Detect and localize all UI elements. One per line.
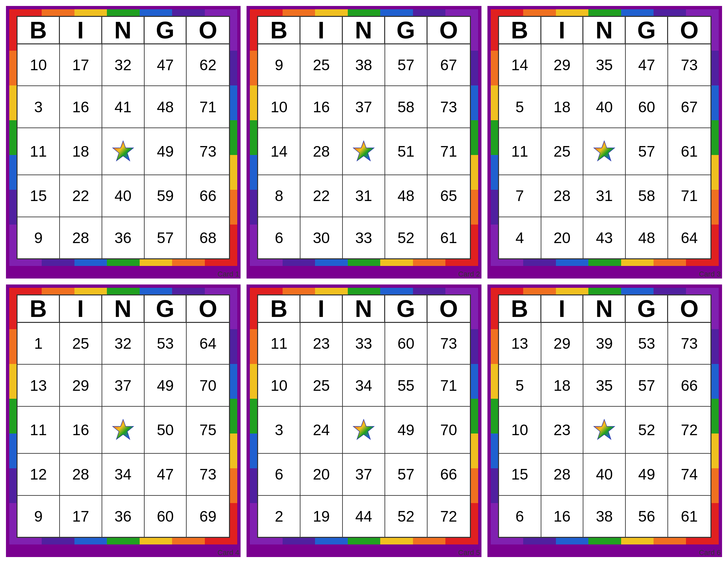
bingo-letter: B	[18, 296, 60, 322]
bingo-card-5: BINGO 11233360731025345571324 4970620375…	[247, 285, 481, 557]
bingo-number: 6	[258, 217, 300, 258]
bingo-number: 73	[668, 323, 710, 365]
bingo-number: 33	[343, 323, 385, 365]
bingo-number: 40	[583, 454, 626, 495]
bingo-number: 22	[60, 175, 102, 217]
bingo-number: 73	[668, 44, 710, 86]
bingo-number: 65	[428, 175, 470, 217]
bingo-number: 70	[187, 365, 229, 406]
bingo-letter: B	[18, 17, 60, 43]
bingo-number: 25	[300, 365, 343, 406]
bingo-number: 47	[145, 454, 187, 495]
bingo-number: 35	[583, 365, 626, 406]
bingo-letter: N	[343, 296, 385, 322]
bingo-letter: G	[385, 296, 428, 322]
bingo-number: 57	[145, 217, 187, 258]
bingo-letter: G	[626, 17, 668, 43]
svg-marker-2	[594, 141, 615, 161]
bingo-number: 56	[626, 496, 668, 537]
bingo-number: 67	[668, 86, 710, 128]
bingo-number: 64	[187, 323, 229, 365]
bingo-number: 47	[145, 44, 187, 86]
bingo-number: 33	[343, 217, 385, 258]
bingo-number: 73	[187, 128, 229, 175]
bingo-letter: O	[187, 296, 229, 322]
bingo-number: 59	[145, 175, 187, 217]
bingo-number: 28	[60, 454, 102, 495]
bingo-number: 25	[541, 128, 584, 175]
bingo-letter: N	[583, 17, 626, 43]
bingo-number: 3	[18, 86, 60, 128]
bingo-number: 68	[187, 217, 229, 258]
bingo-number: 12	[18, 454, 60, 495]
bingo-number: 16	[60, 407, 102, 454]
free-space	[343, 128, 385, 175]
bingo-number: 60	[145, 496, 187, 537]
bingo-number: 10	[18, 44, 60, 86]
bingo-card-4: BINGO 12532536413293749701116 5075122834…	[6, 285, 241, 557]
bingo-letter: I	[300, 296, 343, 322]
bingo-number: 17	[60, 44, 102, 86]
bingo-number: 32	[102, 323, 145, 365]
bingo-letter: O	[668, 17, 710, 43]
bingo-letter: N	[583, 296, 626, 322]
bingo-number: 52	[385, 496, 428, 537]
bingo-number: 71	[187, 86, 229, 128]
bingo-card-1: BINGO 10173247623164148711118 4973152240…	[6, 6, 241, 278]
card-label-5: Card 5	[247, 548, 481, 557]
bingo-number: 72	[428, 496, 470, 537]
svg-marker-0	[113, 141, 133, 161]
bingo-number: 32	[102, 44, 145, 86]
bingo-number: 29	[541, 323, 584, 365]
bingo-number: 11	[18, 128, 60, 175]
free-space	[102, 128, 145, 175]
bingo-letter: N	[102, 296, 145, 322]
bingo-number: 55	[385, 365, 428, 406]
bingo-number: 29	[541, 44, 584, 86]
bingo-number: 1	[18, 323, 60, 365]
bingo-letter: B	[499, 296, 541, 322]
card-label-2: Card 2	[247, 269, 481, 278]
bingo-number: 67	[428, 44, 470, 86]
bingo-number: 61	[668, 496, 710, 537]
bingo-number: 40	[102, 175, 145, 217]
bingo-letter: N	[102, 17, 145, 43]
bingo-number: 29	[60, 365, 102, 406]
card-label-3: Card 3	[487, 269, 722, 278]
bingo-number: 11	[258, 323, 300, 365]
svg-marker-5	[594, 419, 615, 439]
bingo-number: 3	[258, 407, 300, 454]
bingo-letter: O	[187, 17, 229, 43]
bingo-number: 58	[385, 86, 428, 128]
bingo-number: 15	[499, 454, 541, 495]
free-space	[102, 407, 145, 454]
bingo-number: 8	[258, 175, 300, 217]
bingo-letter: I	[60, 296, 102, 322]
bingo-number: 52	[626, 407, 668, 454]
bingo-number: 48	[145, 86, 187, 128]
bingo-number: 61	[668, 128, 710, 175]
bingo-number: 34	[102, 454, 145, 495]
bingo-number: 11	[18, 407, 60, 454]
bingo-number: 66	[187, 175, 229, 217]
bingo-number: 37	[102, 365, 145, 406]
free-space	[583, 128, 626, 175]
bingo-number: 64	[668, 217, 710, 258]
bingo-number: 73	[187, 454, 229, 495]
bingo-number: 24	[300, 407, 343, 454]
bingo-number: 31	[343, 175, 385, 217]
bingo-number: 51	[385, 128, 428, 175]
bingo-number: 58	[626, 175, 668, 217]
bingo-number: 71	[428, 365, 470, 406]
bingo-number: 71	[428, 128, 470, 175]
bingo-number: 57	[626, 365, 668, 406]
bingo-letter: G	[145, 17, 187, 43]
bingo-number: 49	[145, 365, 187, 406]
bingo-number: 37	[343, 454, 385, 495]
bingo-number: 10	[258, 86, 300, 128]
bingo-number: 5	[499, 365, 541, 406]
bingo-number: 28	[60, 217, 102, 258]
bingo-number: 22	[300, 175, 343, 217]
bingo-number: 28	[541, 454, 584, 495]
bingo-number: 73	[428, 323, 470, 365]
